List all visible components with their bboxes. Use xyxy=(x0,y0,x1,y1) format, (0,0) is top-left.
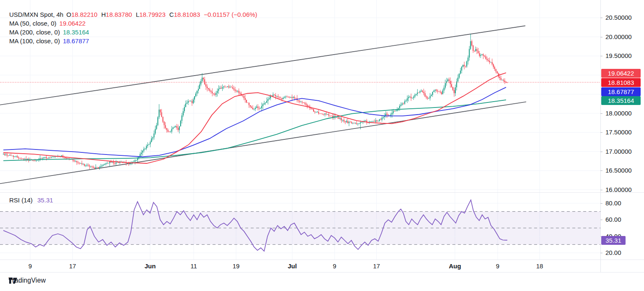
rsi-tick-mark xyxy=(600,220,602,220)
price-tick-label: 17.50000 xyxy=(605,128,632,136)
tradingview-logo-icon xyxy=(8,277,18,284)
legend-symbol-row[interactable]: USD/MXN Spot, 4h O18.82210 H18.83780 L18… xyxy=(9,10,257,19)
ma100-label: MA (100, close, 0) xyxy=(9,37,60,45)
tradingview-chart: USD/MXN Spot, 4h O18.82210 H18.83780 L18… xyxy=(0,0,644,291)
price-tick-mark xyxy=(600,170,602,171)
price-axis-badge: 19.06422 xyxy=(601,69,641,78)
time-tick-label: 9 xyxy=(333,262,336,270)
low-label: L xyxy=(136,10,139,19)
chart-bottom-border xyxy=(0,272,644,273)
time-tick-label: 17 xyxy=(69,262,76,270)
ma100-value: 18.67877 xyxy=(63,37,89,45)
price-tick-label: 16.00000 xyxy=(605,186,632,193)
ma200-value: 18.35164 xyxy=(63,28,89,37)
price-tick-mark xyxy=(600,18,602,18)
ma50-line xyxy=(3,73,506,163)
time-tick-label: 9 xyxy=(29,262,32,270)
open-value: 18.82210 xyxy=(71,10,98,19)
rsi-value: 35.31 xyxy=(37,197,53,204)
rsi-chart-canvas[interactable] xyxy=(0,192,600,260)
rsi-tick-mark xyxy=(600,253,602,253)
rsi-tick-mark xyxy=(600,203,602,204)
time-tick-label: 11 xyxy=(190,262,197,270)
ma200-label: MA (200, close, 0) xyxy=(9,28,60,37)
close-value: 18.81083 xyxy=(174,10,200,19)
price-tick-mark xyxy=(600,56,602,56)
time-axis[interactable]: 917Jun1119Jul917Aug918 xyxy=(0,260,600,272)
channel-lower-trendline[interactable] xyxy=(0,102,526,184)
symbol-title: USD/MXN Spot, 4h xyxy=(9,10,63,19)
footer-brand[interactable]: TradingView xyxy=(8,277,46,284)
time-tick-label: Jun xyxy=(145,262,156,270)
price-tick-label: 18.00000 xyxy=(605,110,632,117)
legend: USD/MXN Spot, 4h O18.82210 H18.83780 L18… xyxy=(9,10,257,45)
time-tick-label: Aug xyxy=(449,262,461,270)
price-tick-label: 16.50000 xyxy=(605,167,632,174)
price-tick-mark xyxy=(600,37,602,37)
rsi-tick-label: 60.00 xyxy=(605,216,621,223)
ma50-label: MA (50, close, 0) xyxy=(9,19,57,28)
price-axis-badge: 18.35164 xyxy=(601,96,641,105)
change-value: −0.01157 (−0.06%) xyxy=(204,10,257,19)
time-tick-label: Jul xyxy=(288,262,297,270)
time-tick-label: 17 xyxy=(373,262,380,270)
close-label: C xyxy=(169,10,174,19)
legend-ma100-row[interactable]: MA (100, close, 0) 18.67877 xyxy=(9,37,257,45)
price-tick-label: 17.00000 xyxy=(605,148,632,155)
high-value: 18.83780 xyxy=(106,10,132,19)
time-tick-label: 19 xyxy=(233,262,240,270)
time-tick-label: 9 xyxy=(496,262,499,270)
rsi-tick-label: 80.00 xyxy=(605,199,621,207)
price-tick-mark xyxy=(600,190,602,190)
open-label: O xyxy=(66,10,71,19)
rsi-label: RSI (14) xyxy=(9,197,33,204)
rsi-legend[interactable]: RSI (14) 35.31 xyxy=(9,197,53,204)
legend-ma200-row[interactable]: MA (200, close, 0) 18.35164 xyxy=(9,28,257,37)
price-axis[interactable]: 20.5000020.0000019.5000018.0000017.50000… xyxy=(600,0,644,272)
price-axis-badge: 18.81083 xyxy=(601,78,641,87)
price-tick-mark xyxy=(600,113,602,114)
price-axis-badge: 18.67877 xyxy=(601,87,641,96)
price-tick-label: 20.50000 xyxy=(605,14,632,21)
price-tick-label: 19.50000 xyxy=(605,52,632,59)
price-tick-label: 20.00000 xyxy=(605,33,632,40)
legend-ma50-row[interactable]: MA (50, close, 0) 19.06422 xyxy=(9,19,257,28)
candlestick-series xyxy=(3,34,508,170)
rsi-tick-label: 20.00 xyxy=(605,249,621,256)
panel-separator[interactable] xyxy=(0,192,644,193)
low-value: 18.79923 xyxy=(139,10,166,19)
ma100-line xyxy=(3,87,506,157)
price-tick-mark xyxy=(600,152,602,152)
price-tick-mark xyxy=(600,132,602,133)
rsi-axis-badge: 35.31 xyxy=(601,236,626,245)
time-tick-label: 18 xyxy=(536,262,543,270)
ma50-value: 19.06422 xyxy=(60,19,86,28)
high-label: H xyxy=(101,10,106,19)
